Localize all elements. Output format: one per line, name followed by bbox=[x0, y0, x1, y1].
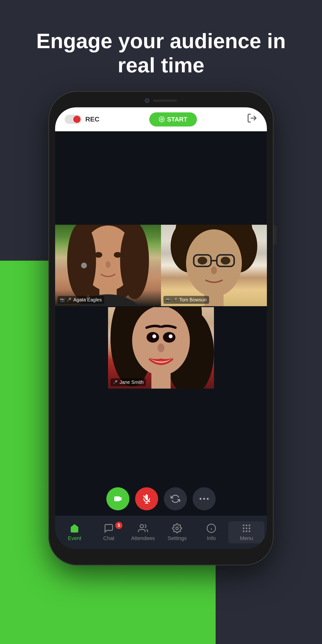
nav-menu[interactable]: Menu bbox=[228, 521, 264, 544]
participant-label-jane: 🎤 Jane Smith bbox=[110, 378, 146, 386]
svg-point-8 bbox=[81, 262, 87, 268]
rec-section: REC bbox=[65, 115, 100, 124]
menu-icon bbox=[242, 523, 252, 533]
svg-point-6 bbox=[114, 252, 122, 258]
top-bar: REC ⏻ START bbox=[55, 107, 267, 131]
headline-text: Engage your audience in real time bbox=[36, 29, 286, 77]
participant-label-tom: 📷 🎤 Tom Bowsun bbox=[164, 296, 209, 304]
info-icon bbox=[206, 523, 216, 533]
nav-event[interactable]: Event bbox=[58, 523, 92, 542]
nav-menu-label: Menu bbox=[240, 535, 253, 542]
svg-point-57 bbox=[248, 530, 250, 532]
nav-attendees-label: Attendees bbox=[131, 535, 155, 542]
mic-icon: 🎤 bbox=[172, 298, 177, 302]
video-cell-tom: 📷 🎤 Tom Bowsun bbox=[161, 225, 267, 306]
event-icon bbox=[70, 523, 80, 533]
svg-point-3 bbox=[67, 225, 96, 299]
exit-button[interactable] bbox=[247, 113, 257, 126]
rec-toggle[interactable] bbox=[65, 115, 82, 124]
nav-event-label: Event bbox=[68, 535, 81, 542]
camera-button[interactable] bbox=[106, 487, 130, 510]
svg-point-33 bbox=[152, 334, 156, 338]
chat-icon bbox=[104, 523, 114, 533]
video-area: 📷 🎤 Agata Eagles bbox=[55, 131, 267, 482]
mute-button[interactable] bbox=[135, 487, 158, 510]
switch-camera-button[interactable] bbox=[164, 487, 187, 510]
nav-chat[interactable]: 5 Chat bbox=[92, 523, 126, 542]
svg-point-53 bbox=[246, 528, 247, 529]
svg-point-44 bbox=[140, 524, 143, 528]
nav-info[interactable]: Info bbox=[194, 523, 228, 542]
svg-point-18 bbox=[198, 257, 207, 264]
settings-icon bbox=[172, 523, 182, 533]
svg-point-41 bbox=[200, 498, 202, 500]
phone-mockup: REC ⏻ START bbox=[48, 91, 274, 566]
svg-point-52 bbox=[243, 528, 244, 529]
front-camera bbox=[145, 98, 149, 103]
bottom-nav: Event 5 Chat bbox=[55, 516, 267, 549]
nav-settings-label: Settings bbox=[168, 535, 187, 542]
svg-point-55 bbox=[243, 530, 244, 532]
start-icon: ⏻ bbox=[159, 116, 164, 122]
svg-point-45 bbox=[176, 527, 178, 530]
toggle-knob bbox=[73, 116, 80, 123]
video-bottom-row: 🎤 Jane Smith bbox=[55, 307, 267, 388]
svg-point-20 bbox=[211, 266, 217, 274]
nav-settings[interactable]: Settings bbox=[160, 523, 194, 542]
start-button[interactable]: ⏻ START bbox=[149, 112, 197, 126]
cam-icon: 📷 bbox=[60, 298, 65, 302]
rec-label: REC bbox=[85, 116, 100, 123]
mic-icon: 🎤 bbox=[113, 380, 118, 384]
video-cell-agata: 📷 🎤 Agata Eagles bbox=[55, 225, 161, 306]
svg-point-50 bbox=[246, 524, 247, 526]
phone-notch bbox=[128, 96, 194, 106]
video-top-row: 📷 🎤 Agata Eagles bbox=[55, 225, 267, 306]
svg-point-4 bbox=[120, 225, 149, 299]
controls-bar bbox=[55, 482, 267, 516]
svg-point-43 bbox=[207, 498, 209, 500]
svg-point-30 bbox=[132, 307, 190, 376]
nav-chat-label: Chat bbox=[103, 535, 114, 542]
nav-info-label: Info bbox=[207, 535, 216, 542]
start-label: START bbox=[167, 116, 187, 123]
video-cell-jane: 🎤 Jane Smith bbox=[108, 307, 214, 388]
phone-frame: REC ⏻ START bbox=[48, 91, 274, 566]
svg-point-19 bbox=[221, 257, 230, 264]
participant-name-tom: Tom Bowsun bbox=[179, 297, 207, 302]
svg-point-56 bbox=[246, 530, 247, 532]
speaker-bar bbox=[153, 100, 177, 102]
participant-label-agata: 📷 🎤 Agata Eagles bbox=[58, 296, 104, 304]
phone-side-button bbox=[274, 225, 276, 244]
cam-icon: 📷 bbox=[166, 298, 170, 302]
svg-point-7 bbox=[106, 261, 110, 268]
chat-badge: 5 bbox=[115, 522, 122, 529]
svg-point-51 bbox=[248, 524, 250, 526]
more-button[interactable] bbox=[192, 487, 216, 510]
participant-name-agata: Agata Eagles bbox=[73, 297, 102, 302]
headline: Engage your audience in real time bbox=[0, 29, 322, 77]
attendees-icon bbox=[138, 523, 148, 533]
phone-screen: REC ⏻ START bbox=[55, 107, 267, 549]
svg-point-42 bbox=[203, 498, 205, 500]
svg-rect-36 bbox=[152, 371, 170, 388]
svg-point-35 bbox=[158, 344, 164, 352]
participant-name-jane: Jane Smith bbox=[120, 380, 144, 385]
mic-icon: 🎤 bbox=[66, 298, 72, 302]
svg-point-5 bbox=[95, 252, 102, 258]
svg-point-54 bbox=[248, 528, 250, 529]
nav-attendees[interactable]: Attendees bbox=[126, 523, 160, 542]
svg-point-49 bbox=[243, 524, 244, 526]
svg-point-34 bbox=[169, 334, 172, 338]
